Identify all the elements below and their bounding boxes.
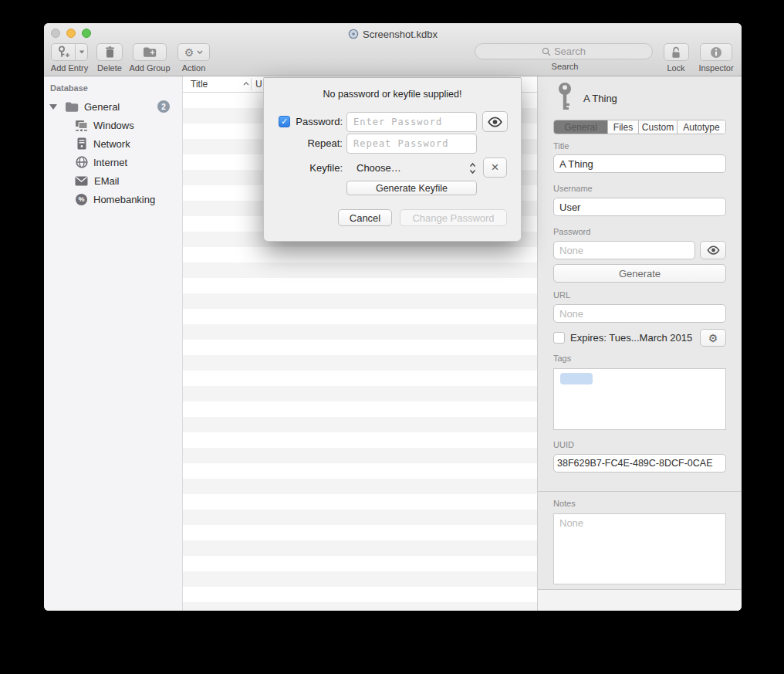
sidebar-item-label: EMail — [94, 175, 120, 187]
trash-icon — [105, 46, 115, 58]
expires-checkbox[interactable] — [553, 332, 565, 344]
delete-label: Delete — [93, 63, 126, 73]
sidebar-section-header: Database — [50, 83, 88, 93]
tags-field[interactable] — [553, 368, 726, 430]
table-row[interactable] — [183, 371, 537, 386]
table-row[interactable] — [183, 386, 537, 401]
entry-title: A Thing — [583, 93, 617, 104]
folder-icon — [65, 101, 79, 113]
table-row[interactable] — [183, 463, 537, 479]
eye-icon — [706, 246, 721, 255]
key-icon — [557, 83, 573, 112]
table-row[interactable] — [183, 355, 537, 371]
tab-general[interactable]: General — [554, 120, 608, 134]
change-password-button[interactable]: Change Password — [400, 209, 507, 226]
table-row[interactable] — [183, 448, 537, 463]
table-row[interactable] — [183, 247, 537, 262]
table-row[interactable] — [183, 309, 537, 324]
table-row[interactable] — [183, 556, 537, 571]
sidebar-item-email[interactable]: EMail — [44, 172, 182, 189]
title-field[interactable] — [553, 154, 726, 173]
reveal-password-button[interactable] — [482, 111, 508, 132]
expires-settings-button[interactable]: ⚙ — [700, 329, 726, 347]
toolbar-item-lock: Lock — [661, 43, 691, 73]
clear-keyfile-button[interactable]: × — [483, 157, 507, 178]
toolbar-item-add-entry: Add Entry — [46, 43, 93, 73]
repeat-label: Repeat: — [292, 134, 343, 154]
reveal-password-button[interactable] — [700, 241, 726, 259]
sidebar-item-internet[interactable]: Internet — [44, 154, 182, 171]
globe-icon — [76, 156, 88, 168]
toolbar-item-search: Search Search — [475, 43, 655, 71]
table-row[interactable] — [183, 494, 537, 510]
tab-custom[interactable]: Custom — [639, 120, 678, 134]
sidebar-item-network[interactable]: Network — [44, 135, 182, 152]
folder-plus-icon — [143, 46, 157, 58]
table-row[interactable] — [183, 540, 537, 556]
server-icon — [76, 137, 87, 150]
repeat-input[interactable] — [346, 134, 477, 154]
info-icon — [710, 46, 722, 59]
table-row[interactable] — [183, 479, 537, 494]
column-header-title[interactable]: Title — [191, 79, 208, 90]
window-title: Screenshot.kdbx — [44, 28, 742, 40]
column-header-username[interactable]: U — [255, 79, 262, 90]
table-row[interactable] — [183, 293, 537, 309]
keyfile-label: Keyfile: — [292, 158, 343, 178]
action-button[interactable]: ⚙ — [177, 43, 210, 61]
add-group-label: Add Group — [126, 63, 174, 73]
tag-token[interactable] — [560, 373, 593, 384]
add-entry-button[interactable] — [51, 43, 88, 61]
table-row[interactable] — [183, 602, 537, 611]
table-row[interactable] — [183, 278, 537, 293]
search-input[interactable]: Search — [475, 43, 653, 59]
stepper-icon[interactable] — [469, 162, 476, 174]
username-field[interactable] — [553, 198, 726, 216]
inspector-label: Inspector — [694, 63, 738, 73]
lock-label: Lock — [661, 63, 691, 73]
sidebar-item-windows[interactable]: Windows — [44, 117, 182, 134]
username-field-label: Username — [553, 184, 593, 193]
tab-files[interactable]: Files — [608, 120, 639, 134]
inspector-tabs: General Files Custom Autotype — [553, 120, 726, 134]
table-row[interactable] — [183, 324, 537, 340]
url-field[interactable] — [553, 304, 726, 323]
lock-button[interactable] — [664, 43, 689, 61]
keyfile-popup[interactable]: Choose… — [357, 158, 401, 178]
expires-label: Expires: Tues...March 2015 — [570, 332, 692, 344]
notes-field[interactable] — [553, 513, 726, 584]
generate-keyfile-button[interactable]: Generate Keyfile — [346, 181, 477, 195]
chevron-down-icon — [79, 51, 83, 54]
generate-password-button[interactable]: Generate — [553, 264, 726, 283]
search-placeholder: Search — [554, 46, 586, 57]
password-label: Password: — [289, 112, 343, 132]
table-row[interactable] — [183, 401, 537, 417]
table-row[interactable] — [183, 525, 537, 540]
app-window: Screenshot.kdbx Add Entry — [44, 23, 742, 611]
table-row[interactable] — [183, 587, 537, 602]
tab-autotype[interactable]: Autotype — [678, 120, 725, 134]
gear-icon: ⚙ — [184, 46, 194, 59]
inspector-button[interactable] — [700, 43, 732, 61]
padlock-open-icon — [671, 46, 682, 59]
password-input[interactable] — [346, 112, 477, 132]
delete-button[interactable] — [96, 43, 123, 61]
key-plus-icon — [52, 44, 75, 60]
sidebar-item-homebanking[interactable]: % Homebanking — [44, 191, 182, 208]
disclosure-triangle-icon[interactable] — [49, 104, 57, 110]
uuid-field[interactable] — [553, 454, 726, 472]
table-row[interactable] — [183, 340, 537, 355]
cancel-button[interactable]: Cancel — [338, 209, 392, 226]
password-field[interactable] — [553, 241, 695, 259]
table-row[interactable] — [183, 510, 537, 525]
toolbar-item-inspector: Inspector — [694, 43, 738, 73]
table-row[interactable] — [183, 417, 537, 432]
sidebar-item-general[interactable]: General 2 — [44, 98, 182, 115]
table-row[interactable] — [183, 571, 537, 587]
table-row[interactable] — [183, 432, 537, 448]
table-row[interactable] — [183, 262, 537, 278]
title-field-label: Title — [553, 141, 569, 151]
add-group-button[interactable] — [133, 43, 167, 61]
column-divider[interactable] — [251, 78, 252, 90]
add-entry-dropdown[interactable] — [76, 44, 87, 60]
